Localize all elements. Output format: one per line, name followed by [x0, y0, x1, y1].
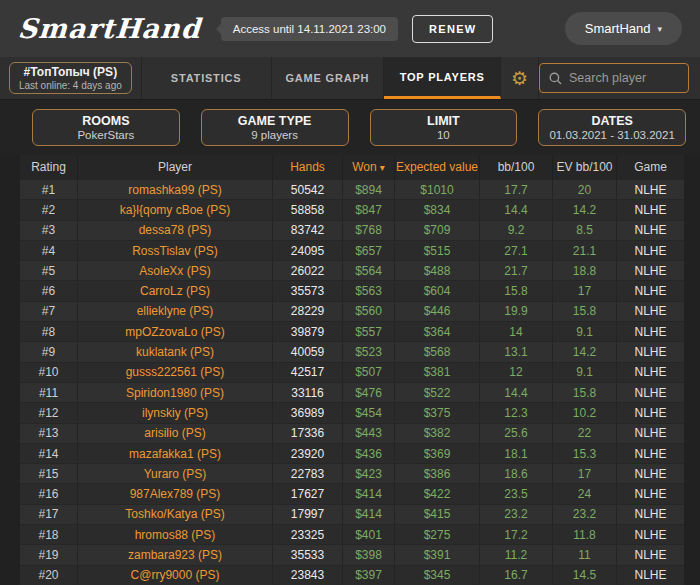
cell-player[interactable]: ka}l{qomy cBoe (PS) — [78, 199, 273, 219]
cell-rating: #5 — [20, 260, 78, 280]
cell-player[interactable]: Spiridon1980 (PS) — [78, 382, 273, 402]
cell-bb100: 9.2 — [480, 220, 553, 240]
cell-player[interactable]: kuklatank (PS) — [78, 341, 273, 361]
column-header-bb100[interactable]: bb/100 — [480, 155, 553, 179]
cell-hands: 26022 — [273, 260, 343, 280]
column-header-game[interactable]: Game — [617, 155, 684, 179]
table-row: #20C@rry9000 (PS)23843$397$34516.714.5NL… — [20, 565, 684, 585]
cell-expected: $345 — [395, 565, 480, 585]
cell-game: NLHE — [617, 443, 684, 463]
column-header-ev-bb100[interactable]: EV bb/100 — [553, 155, 617, 179]
account-label: SmartHand — [585, 21, 651, 36]
cell-player[interactable]: C@rry9000 (PS) — [78, 565, 273, 585]
cell-player[interactable]: Toshko/Katya (PS) — [78, 504, 273, 524]
chevron-down-icon: ▾ — [657, 24, 662, 34]
cell-player[interactable]: dessa78 (PS) — [78, 220, 273, 240]
cell-rating: #3 — [20, 220, 78, 240]
column-header-won[interactable]: Won ▾ — [343, 155, 395, 179]
cell-game: NLHE — [617, 362, 684, 382]
filter-limit[interactable]: LIMIT 10 — [370, 109, 518, 146]
tab-top-players[interactable]: TOP PLAYERS — [384, 57, 501, 99]
cell-hands: 28229 — [273, 301, 343, 321]
table-row: #9kuklatank (PS)40059$523$56813.114.2NLH… — [20, 341, 684, 361]
tab-statistics[interactable]: STATISTICS — [142, 57, 272, 99]
cell-expected: $275 — [395, 524, 480, 544]
cell-ev-bb100: 15.8 — [553, 382, 617, 402]
cell-rating: #18 — [20, 524, 78, 544]
cell-player[interactable]: mazafakka1 (PS) — [78, 443, 273, 463]
search-box[interactable] — [539, 63, 689, 93]
top-players-table: Rating Player Hands Won ▾ Expected value… — [20, 155, 684, 585]
cell-won: $507 — [343, 362, 395, 382]
cell-hands: 24095 — [273, 240, 343, 260]
cell-player[interactable]: Yuraro (PS) — [78, 463, 273, 483]
cell-won: $436 — [343, 443, 395, 463]
cell-ev-bb100: 15.8 — [553, 301, 617, 321]
cell-ev-bb100: 9.1 — [553, 321, 617, 341]
cell-ev-bb100: 22 — [553, 423, 617, 443]
column-header-hands[interactable]: Hands — [273, 155, 343, 179]
cell-player[interactable]: mpOZzovaLo (PS) — [78, 321, 273, 341]
renew-button[interactable]: RENEW — [412, 15, 493, 43]
cell-player[interactable]: zambara923 (PS) — [78, 544, 273, 564]
nav-bar: #ТопТопыч (PS) Last online: 4 days ago S… — [0, 57, 700, 100]
settings-gear-icon[interactable]: ⚙ — [501, 57, 539, 99]
account-menu-button[interactable]: SmartHand ▾ — [565, 12, 682, 45]
cell-hands: 36989 — [273, 402, 343, 422]
cell-player[interactable]: ilynskiy (PS) — [78, 402, 273, 422]
cell-rating: #8 — [20, 321, 78, 341]
cell-player[interactable]: AsoleXx (PS) — [78, 260, 273, 280]
search-input[interactable] — [569, 71, 679, 85]
cell-player[interactable]: hromos88 (PS) — [78, 524, 273, 544]
cell-game: NLHE — [617, 199, 684, 219]
cell-hands: 58858 — [273, 199, 343, 219]
cell-player[interactable]: romashka99 (PS) — [78, 179, 273, 199]
cell-ev-bb100: 17 — [553, 463, 617, 483]
table-header-row: Rating Player Hands Won ▾ Expected value… — [20, 155, 684, 179]
cell-game: NLHE — [617, 423, 684, 443]
cell-expected: $364 — [395, 321, 480, 341]
cell-ev-bb100: 24 — [553, 483, 617, 503]
filter-game-type[interactable]: GAME TYPE 9 players — [201, 109, 349, 146]
cell-won: $397 — [343, 565, 395, 585]
cell-won: $564 — [343, 260, 395, 280]
cell-ev-bb100: 14.2 — [553, 341, 617, 361]
access-until-badge: Access until 14.11.2021 23:00 — [221, 17, 398, 41]
filter-dates[interactable]: DATES 01.03.2021 - 31.03.2021 — [538, 109, 686, 146]
cell-game: NLHE — [617, 544, 684, 564]
cell-hands: 23843 — [273, 565, 343, 585]
cell-hands: 50542 — [273, 179, 343, 199]
cell-player[interactable]: gusss222561 (PS) — [78, 362, 273, 382]
table-row: #3dessa78 (PS)83742$768$7099.28.5NLHE — [20, 220, 684, 240]
cell-won: $443 — [343, 423, 395, 443]
cell-rating: #12 — [20, 402, 78, 422]
column-header-player[interactable]: Player — [78, 155, 273, 179]
cell-hands: 33116 — [273, 382, 343, 402]
column-header-rating[interactable]: Rating — [20, 155, 78, 179]
cell-won: $398 — [343, 544, 395, 564]
cell-rating: #1 — [20, 179, 78, 199]
cell-won: $423 — [343, 463, 395, 483]
cell-bb100: 17.2 — [480, 524, 553, 544]
cell-rating: #7 — [20, 301, 78, 321]
cell-player[interactable]: 987Alex789 (PS) — [78, 483, 273, 503]
cell-bb100: 14 — [480, 321, 553, 341]
cell-player[interactable]: arisilio (PS) — [78, 423, 273, 443]
cell-won: $560 — [343, 301, 395, 321]
tab-game-graph[interactable]: GAME GRAPH — [272, 57, 385, 99]
cell-player[interactable]: CarroLz (PS) — [78, 280, 273, 300]
nav-player-tab[interactable]: #ТопТопыч (PS) Last online: 4 days ago — [0, 57, 142, 99]
cell-player[interactable]: ellieklyne (PS) — [78, 301, 273, 321]
cell-player[interactable]: RossTislav (PS) — [78, 240, 273, 260]
column-header-expected-value[interactable]: Expected value — [395, 155, 480, 179]
table-body: #1romashka99 (PS)50542$894$101017.720NLH… — [20, 179, 684, 585]
cell-game: NLHE — [617, 402, 684, 422]
table-row: #7ellieklyne (PS)28229$560$44619.915.8NL… — [20, 301, 684, 321]
cell-expected: $415 — [395, 504, 480, 524]
filter-rooms[interactable]: ROOMS PokerStars — [32, 109, 180, 146]
cell-game: NLHE — [617, 240, 684, 260]
cell-rating: #4 — [20, 240, 78, 260]
player-tab-box: #ТопТопыч (PS) Last online: 4 days ago — [9, 62, 132, 94]
table-row: #17Toshko/Katya (PS)17997$414$41523.223.… — [20, 504, 684, 524]
cell-won: $563 — [343, 280, 395, 300]
